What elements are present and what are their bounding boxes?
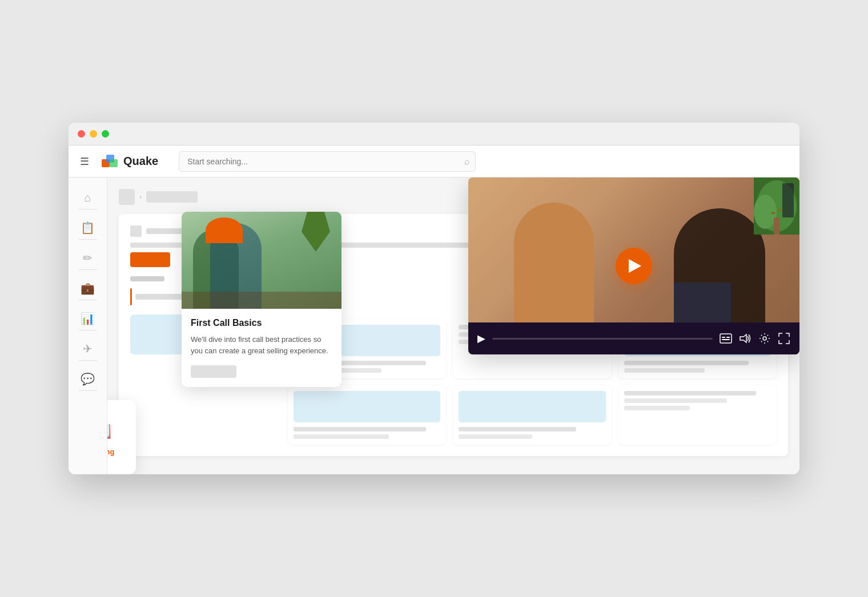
nav-divider (79, 390, 97, 391)
nav-divider (79, 360, 97, 361)
play-triangle-icon (629, 259, 641, 273)
svg-rect-2 (110, 159, 118, 167)
checkbox-placeholder (130, 225, 142, 237)
minimize-button[interactable] (90, 130, 97, 138)
tasks-icon: 📋 (81, 221, 95, 235)
nav-divider (79, 209, 97, 209)
grid-card-5[interactable] (453, 385, 611, 445)
briefcase-icon: 💼 (81, 281, 95, 295)
breadcrumb-current (146, 191, 198, 203)
video-controls: ▶ (468, 322, 799, 354)
breadcrumb-arrow: › (139, 193, 142, 201)
main-layout: ⌂ 📋 ✏ 💼 📊 ✈ (69, 178, 799, 474)
send-icon: ✈ (83, 342, 93, 356)
card-line-9 (294, 434, 389, 439)
video-play-button[interactable]: ▶ (477, 332, 485, 345)
sidebar-item-tasks[interactable]: 📋 (69, 216, 107, 244)
category-label (130, 276, 164, 281)
content-area: 📖 Learning › (107, 178, 799, 474)
table (182, 292, 341, 309)
featured-card[interactable]: First Call Basics We'll dive into first … (182, 212, 341, 387)
video-overlay: ▶ (468, 178, 799, 354)
logo-text: Quake (123, 155, 158, 168)
laptop (674, 283, 731, 322)
title-bar (69, 123, 799, 146)
chat-icon: 💬 (81, 372, 95, 386)
analytics-icon: 📊 (81, 312, 95, 325)
browser-window: ☰ Quake ⌕ ⌂ 📋 ✏ (69, 123, 799, 474)
card-image-4 (294, 391, 440, 422)
search-input[interactable] (179, 151, 476, 172)
featured-card-desc: We'll dive into first call best practice… (191, 334, 332, 356)
card-line-12 (624, 391, 757, 396)
featured-card-title: First Call Basics (191, 318, 332, 328)
card-line-6 (624, 361, 749, 365)
sidebar-item-chat[interactable]: 💬 (69, 368, 107, 396)
menu-icon[interactable]: ☰ (78, 153, 91, 170)
learning-label: Learning (107, 447, 114, 456)
sidebar-item-send[interactable]: ✈ (69, 337, 107, 365)
logo-area: Quake (101, 152, 158, 171)
card-line-8 (294, 427, 426, 431)
svg-marker-12 (740, 334, 746, 342)
featured-card-button[interactable] (191, 365, 236, 378)
sidebar-item-analytics[interactable]: 📊 (69, 307, 107, 335)
learning-icon: 📖 (107, 419, 112, 443)
orange-hat (206, 217, 243, 243)
nav-divider (79, 239, 97, 240)
search-bar: ⌕ (179, 151, 476, 172)
svg-rect-10 (726, 337, 730, 338)
nav-divider (79, 300, 97, 300)
svg-rect-9 (722, 337, 725, 338)
card-line-11 (459, 434, 532, 439)
volume-icon[interactable] (739, 333, 752, 344)
featured-card-body: First Call Basics We'll dive into first … (182, 309, 341, 387)
sign (782, 183, 794, 217)
video-person-light (514, 203, 594, 322)
sidebar-item-briefcase[interactable]: 💼 (69, 277, 107, 305)
logo-icon (101, 152, 119, 171)
learning-sidebar-item[interactable]: 📖 Learning (107, 400, 136, 474)
app-header: ☰ Quake ⌕ (69, 146, 799, 178)
orange-button[interactable] (130, 252, 170, 267)
accent-line (130, 288, 132, 305)
card-line-14 (624, 406, 690, 410)
maximize-button[interactable] (102, 130, 109, 138)
sidebar-item-edit[interactable]: ✏ (69, 247, 107, 275)
featured-card-image (182, 212, 341, 309)
traffic-lights (78, 130, 109, 138)
card-line-7 (624, 368, 705, 373)
svg-rect-7 (778, 209, 782, 211)
search-icon: ⌕ (464, 156, 470, 167)
card-line-13 (624, 398, 727, 403)
svg-rect-11 (722, 339, 730, 340)
card-line-10 (459, 427, 576, 431)
breadcrumb-home (119, 189, 135, 205)
video-progress-bar[interactable] (492, 338, 713, 340)
edit-icon: ✏ (83, 251, 93, 265)
sidebar-item-home[interactable]: ⌂ (69, 187, 107, 214)
grid-card-6[interactable] (618, 385, 777, 445)
grid-card-4[interactable] (288, 385, 446, 445)
svg-point-13 (763, 337, 766, 340)
fullscreen-icon[interactable] (778, 332, 790, 345)
card-image-5 (459, 391, 605, 422)
nav-divider (79, 330, 97, 330)
svg-rect-8 (720, 334, 732, 343)
captions-icon[interactable] (720, 333, 732, 344)
play-button[interactable] (616, 248, 652, 284)
sidebar-icons: ⌂ 📋 ✏ 💼 📊 ✈ (69, 178, 107, 474)
svg-rect-6 (771, 212, 775, 214)
nav-divider (79, 269, 97, 270)
home-icon: ⌂ (84, 191, 91, 204)
svg-rect-5 (774, 217, 779, 235)
close-button[interactable] (78, 130, 85, 138)
settings-icon[interactable] (758, 332, 771, 345)
